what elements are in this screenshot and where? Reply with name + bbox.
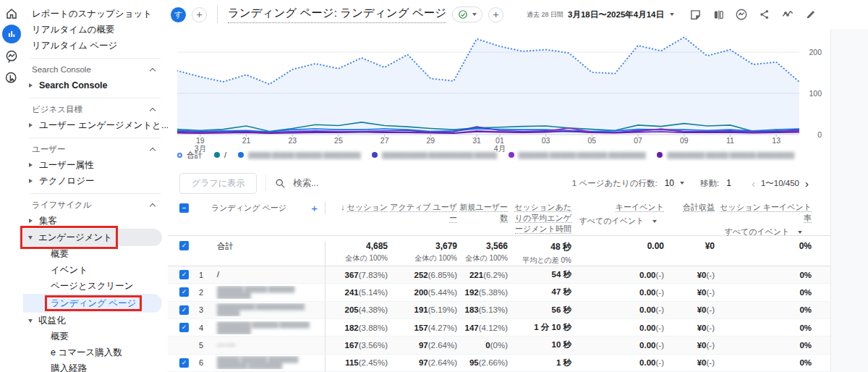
sidebar-item[interactable]: リアルタイムの概要 — [23, 22, 168, 38]
table-row[interactable]: ✓6██████ ███████ ████████████████ ██████… — [168, 355, 830, 372]
sidebar-item-Search Console[interactable]: Search Console — [23, 77, 168, 93]
row-checkbox-cell: ✓ — [168, 305, 192, 315]
expand-icon[interactable] — [29, 163, 33, 167]
insights-icon[interactable] — [731, 5, 752, 24]
expand-icon[interactable] — [29, 123, 33, 127]
y-axis-tick-100: 100 — [801, 89, 822, 98]
row-checkbox[interactable]: ✓ — [179, 270, 189, 279]
column-header-sessions[interactable]: ↓セッション — [326, 202, 388, 213]
column-header-new_users[interactable]: 新規ユーザー数 — [457, 202, 508, 224]
collapse-icon[interactable] — [150, 203, 156, 209]
table-search[interactable]: 検索... — [275, 177, 318, 190]
x-axis-tick-11: 11 — [719, 137, 741, 145]
legend-item-4[interactable]: ████████ ███████ ████████ ██████████ — [509, 152, 646, 158]
sort-desc-icon: ↓ — [341, 203, 345, 211]
sidebar-item-集客[interactable]: 集客 — [23, 213, 168, 229]
legend-marker-icon — [238, 152, 244, 158]
row-checkbox[interactable]: ✓ — [179, 287, 189, 297]
sidebar-item-ユーザー エンゲージメントと...[interactable]: ユーザー エンゲージメントと... — [23, 117, 168, 133]
share-icon[interactable] — [754, 5, 775, 24]
column-header-landing-page[interactable]: ランディング ページ — [211, 203, 286, 214]
expand-icon[interactable] — [29, 219, 33, 223]
rows-per-page-select[interactable]: 10 — [665, 178, 674, 188]
row-checkbox[interactable]: ✓ — [179, 323, 189, 332]
expand-icon[interactable] — [28, 236, 33, 240]
sidebar-item-テクノロジー[interactable]: テクノロジー — [23, 173, 168, 189]
collapse-icon[interactable] — [150, 108, 156, 114]
event-filter-dropdown[interactable]: すべてのイベント — [571, 216, 664, 227]
header-left-group: –ランディング ページ+ — [168, 202, 326, 214]
rows-per-page-caret-icon[interactable] — [680, 182, 684, 185]
sidebar-item-ページとスクリーン[interactable]: ページとスクリーン — [23, 278, 168, 294]
next-page-icon[interactable]: › — [805, 177, 809, 190]
report-status-pill[interactable] — [452, 7, 482, 22]
y-axis-tick-200: 200 — [801, 48, 822, 56]
pagination: 1 ページあたりの行数: 10 移動: 1 ‹ 1〜10/450 › — [572, 177, 830, 190]
totals-checkbox[interactable]: ✓ — [179, 241, 189, 250]
date-caret-icon[interactable] — [670, 13, 674, 16]
sidebar-item[interactable]: レポートのスナップショット — [23, 6, 168, 22]
column-header-key_events[interactable]: キーイベントすべてのイベント — [571, 202, 664, 227]
add-report-button[interactable]: + — [488, 7, 503, 22]
expand-icon[interactable] — [29, 179, 33, 183]
row-checkbox[interactable] — [179, 340, 189, 350]
sidebar-item-購入経路[interactable]: 購入経路 — [23, 360, 168, 372]
sidebar-item-ランディング ページ[interactable]: ランディング ページ — [23, 294, 162, 313]
table-row[interactable]: ✓2███████ ██████ ████████████████241 (5.… — [168, 284, 830, 301]
collapse-icon[interactable] — [150, 68, 156, 74]
legend-item-0[interactable]: 合計 — [177, 150, 203, 161]
comparison-icon[interactable] — [707, 5, 729, 24]
add-dimension-icon[interactable]: + — [311, 202, 318, 214]
table-row[interactable]: ✓4█████████ ███████ █████████████████182… — [168, 319, 830, 337]
sidebar-item-イベント[interactable]: イベント — [23, 262, 168, 278]
prev-page-icon[interactable]: ‹ — [752, 177, 755, 190]
sidebar-item-収益化[interactable]: 収益化 — [23, 313, 168, 329]
table-row[interactable]: ✓1/367 (7.83%)252 (6.85%)221 (6.2%)54 秒0… — [168, 266, 830, 284]
date-range-picker[interactable]: 3月18日〜2025年4月14日 — [568, 9, 664, 20]
trend-icon[interactable] — [777, 5, 799, 24]
legend-item-2[interactable]: ██████ ██████ ███████ ██████████ — [238, 152, 360, 158]
home-icon[interactable] — [0, 4, 23, 24]
sidebar-item-ユーザー属性[interactable]: ユーザー属性 — [23, 157, 168, 173]
row-checkbox[interactable]: ✓ — [179, 305, 189, 315]
select-all-checkbox[interactable]: – — [179, 203, 189, 213]
event-filter-dropdown[interactable]: すべてのイベント — [715, 227, 812, 237]
legend-item-5[interactable]: ██████████ ██████ ███████ ██████████ — [657, 152, 794, 158]
advertising-icon[interactable] — [0, 68, 23, 88]
sidebar-item-概要[interactable]: 概要 — [23, 329, 168, 344]
collapse-icon[interactable] — [150, 148, 156, 153]
sessions-trend-chart[interactable] — [177, 33, 799, 137]
legend-item-3[interactable]: ████████████ ████████████ ██████ — [372, 152, 496, 158]
sidebar-item[interactable]: リアルタイム ページ — [23, 38, 168, 54]
segment-chip[interactable]: す — [171, 7, 186, 22]
legend-item-1[interactable]: / — [214, 151, 226, 159]
row-checkbox[interactable]: ✓ — [179, 358, 189, 368]
header-checkbox-cell: – — [168, 203, 192, 213]
edit-icon[interactable] — [800, 5, 822, 24]
expand-icon[interactable] — [28, 319, 33, 323]
goto-page-input[interactable]: 1 — [726, 178, 731, 188]
note-icon[interactable] — [684, 5, 706, 24]
column-header-active_users[interactable]: アクティブ ユーザー — [388, 202, 457, 224]
sidebar-item-概要[interactable]: 概要 — [23, 246, 168, 262]
page-title[interactable]: ランディング ページ: ランディング ページ — [228, 6, 446, 23]
column-header-session_key_event_rate[interactable]: セッション キーイベント率すべてのイベント — [715, 202, 812, 237]
cell-m-sessions: 167 (3.56%) — [326, 337, 388, 353]
add-comparison-button[interactable]: + — [192, 7, 207, 22]
table-row[interactable]: ✓3██████████ ███████████████████205 (4.3… — [168, 302, 830, 319]
cell-rate: 0% — [715, 337, 812, 353]
table-row[interactable]: 5(not set)167 (3.56%)97 (2.64%)0 (0%)10 … — [168, 337, 830, 354]
sidebar-item-e コマース購入数[interactable]: e コマース購入数 — [23, 344, 168, 360]
explore-icon[interactable] — [0, 46, 23, 67]
sidebar-item-エンゲージメント[interactable]: エンゲージメント — [23, 229, 162, 246]
cell-m-rev: ¥0 (-) — [664, 266, 715, 283]
cell-m-active: 200 (5.44%) — [388, 284, 457, 300]
row-checkbox-cell: ✓ — [168, 323, 192, 332]
plot-rows-button[interactable]: グラフに表示 — [179, 173, 257, 194]
column-header-total_revenue[interactable]: 合計収益 — [664, 202, 715, 213]
expand-icon[interactable] — [29, 83, 33, 88]
reports-icon[interactable] — [0, 24, 23, 44]
insights-side-panel[interactable] — [830, 29, 868, 372]
column-header-avg_engagement_time[interactable]: セッションあたりの平均エンゲージメント時間 — [508, 202, 571, 234]
nav-link-inner: 集客 — [23, 213, 60, 229]
